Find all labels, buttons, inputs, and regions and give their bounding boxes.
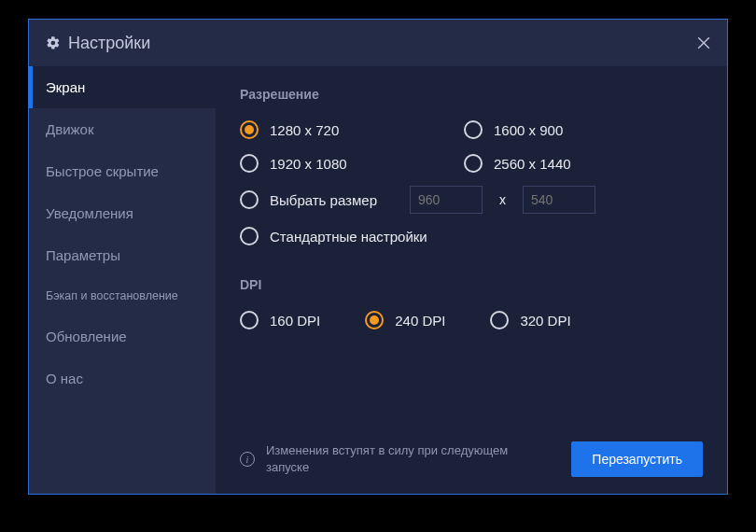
- close-icon[interactable]: [693, 33, 714, 53]
- radio-label: 2560 x 1440: [494, 156, 571, 172]
- sidebar-item-label: Движок: [46, 121, 93, 137]
- resolution-option-2560x1440[interactable]: 2560 x 1440: [464, 152, 703, 175]
- sidebar-item-notifications[interactable]: Уведомления: [29, 192, 216, 234]
- sidebar-item-label: Уведомления: [46, 205, 133, 221]
- sidebar-item-screen[interactable]: Экран: [29, 66, 216, 108]
- resolution-option-1920x1080[interactable]: 1920 x 1080: [240, 152, 464, 175]
- radio-icon: [240, 227, 259, 245]
- sidebar-item-label: Быстрое скрытие: [46, 163, 159, 179]
- sidebar-item-parameters[interactable]: Параметры: [29, 234, 216, 276]
- radio-label: 1600 x 900: [494, 122, 563, 138]
- footer: i Изменения вступят в силу при следующем…: [240, 427, 703, 477]
- radio-icon: [464, 154, 483, 173]
- sidebar-item-label: Бэкап и восстановление: [46, 289, 178, 302]
- sidebar-item-about[interactable]: О нас: [29, 357, 216, 399]
- titlebar: Настройки: [29, 20, 727, 66]
- custom-width-input[interactable]: [410, 186, 483, 214]
- sidebar-item-label: Обновление: [46, 329, 127, 344]
- radio-label: 160 DPI: [270, 313, 320, 329]
- radio-icon: [240, 190, 259, 209]
- sidebar-item-backup[interactable]: Бэкап и восстановление: [29, 276, 216, 315]
- radio-label: Выбрать размер: [270, 192, 377, 208]
- footer-notice: Изменения вступят в силу при следующем з…: [266, 442, 509, 476]
- gear-icon: [46, 35, 61, 50]
- radio-icon: [240, 120, 259, 139]
- info-icon: i: [240, 452, 255, 467]
- sidebar-item-quick-hide[interactable]: Быстрое скрытие: [29, 150, 216, 192]
- content-panel: Разрешение 1280 x 720 1600 x 900 1920 x …: [216, 66, 727, 494]
- restart-button[interactable]: Перезапустить: [571, 441, 703, 477]
- custom-height-input[interactable]: [523, 186, 595, 214]
- resolution-option-1600x900[interactable]: 1600 x 900: [464, 119, 703, 141]
- resolution-option-custom[interactable]: Выбрать размер: [240, 189, 399, 211]
- dpi-option-320[interactable]: 320 DPI: [490, 309, 570, 331]
- window-title: Настройки: [68, 34, 150, 53]
- radio-icon: [240, 311, 259, 329]
- radio-label: 1280 x 720: [270, 122, 339, 138]
- sidebar-item-label: Параметры: [46, 247, 120, 263]
- sidebar-item-label: О нас: [46, 371, 83, 386]
- radio-icon: [365, 311, 384, 329]
- radio-label: Стандартные настройки: [270, 229, 427, 245]
- dpi-option-240[interactable]: 240 DPI: [365, 309, 445, 331]
- resolution-title: Разрешение: [240, 87, 703, 102]
- dpi-option-160[interactable]: 160 DPI: [240, 309, 320, 331]
- resolution-option-default[interactable]: Стандартные настройки: [240, 225, 703, 247]
- radio-label: 320 DPI: [520, 313, 570, 329]
- resolution-option-1280x720[interactable]: 1280 x 720: [240, 119, 464, 141]
- resolution-custom-row: Выбрать размер x: [240, 186, 703, 214]
- sidebar-item-update[interactable]: Обновление: [29, 315, 216, 357]
- sidebar-item-label: Экран: [46, 79, 85, 95]
- radio-icon: [464, 120, 483, 139]
- radio-icon: [490, 311, 509, 329]
- resolution-options: 1280 x 720 1600 x 900 1920 x 1080 2560 x…: [240, 119, 703, 175]
- dpi-title: DPI: [240, 277, 703, 292]
- settings-window: Настройки Экран Движок Быстрое скрытие У…: [28, 19, 728, 495]
- radio-label: 240 DPI: [395, 313, 445, 329]
- dpi-options: 160 DPI 240 DPI 320 DPI: [240, 309, 703, 331]
- radio-icon: [240, 154, 259, 173]
- sidebar-item-engine[interactable]: Движок: [29, 108, 216, 150]
- sidebar: Экран Движок Быстрое скрытие Уведомления…: [29, 66, 216, 494]
- size-separator: x: [499, 192, 506, 207]
- radio-label: 1920 x 1080: [270, 156, 347, 172]
